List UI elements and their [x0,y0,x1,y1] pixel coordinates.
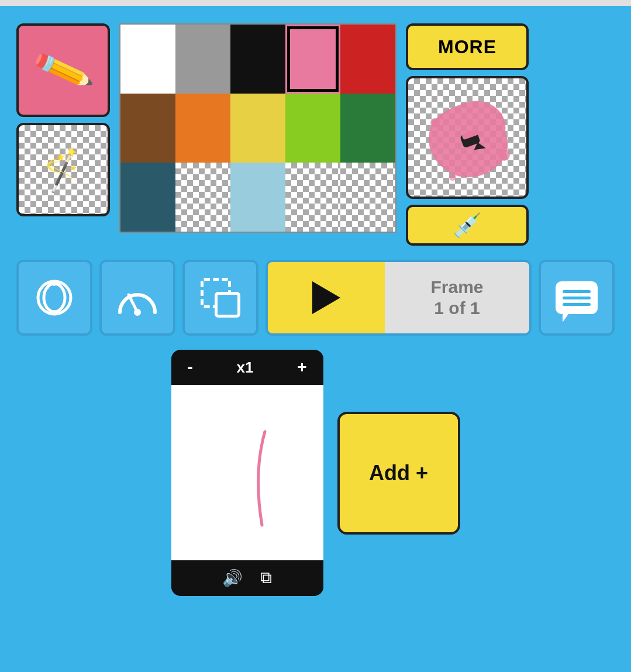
color-red[interactable] [340,25,395,94]
color-orange[interactable] [175,94,230,163]
blob-preview-svg [418,91,517,184]
app-container: ✏️ 🪄 [0,0,631,672]
color-dark-teal[interactable] [120,163,175,232]
erase-tool-button[interactable]: 🪄 [16,123,110,216]
frame-editor-section: - x1 + 🔊 ⧉ [16,350,615,596]
copy-frame-icon [201,278,240,318]
copy-frame-button[interactable] [182,260,258,336]
color-transparent-3[interactable] [340,163,395,232]
top-bar [0,0,631,6]
color-pink[interactable] [285,25,340,94]
add-label: Add + [369,461,428,485]
color-transparent-1[interactable] [175,163,230,232]
frame-drawing-svg [171,385,323,560]
frame-card: - x1 + 🔊 ⧉ [171,350,323,596]
frame-sound-button[interactable]: 🔊 [218,566,247,590]
color-black[interactable] [230,25,285,94]
palette-section: ✏️ 🪄 [16,23,615,246]
svg-point-2 [449,174,456,181]
draw-tool-button[interactable]: ✏️ [16,23,110,117]
svg-point-8 [53,310,56,313]
right-panel: MORE [406,23,529,246]
chat-line-1 [563,290,591,293]
frame-count-label: x1 [237,359,254,377]
more-label: MORE [438,36,496,58]
color-palette [119,23,396,233]
main-area: ✏️ 🪄 [0,6,631,672]
sound-icon: 🔊 [222,569,243,587]
frame-plus-button[interactable]: + [291,356,312,379]
color-green[interactable] [340,94,395,163]
frame-info: Frame 1 of 1 [385,262,529,333]
svg-point-1 [498,149,510,161]
svg-point-9 [134,309,141,316]
play-button[interactable] [268,262,385,333]
pencil-icon: ✏️ [30,38,96,103]
frame-card-footer: 🔊 ⧉ [171,560,323,596]
color-lime[interactable] [285,94,340,163]
onion-skin-icon [36,279,73,316]
eraser-icon: 🪄 [37,144,90,196]
svg-point-0 [430,118,440,127]
frame-canvas[interactable] [171,385,323,560]
frame-title: Frame [430,277,483,298]
speed-button[interactable] [99,260,175,336]
frame-card-header: - x1 + [171,350,323,385]
color-light-blue[interactable] [230,163,285,232]
eyedropper-icon: 💉 [453,212,482,239]
color-yellow[interactable] [230,94,285,163]
frame-of: 1 of 1 [430,298,483,319]
frame-label: Frame 1 of 1 [430,277,483,319]
add-frame-button[interactable]: Add + [337,412,460,535]
onion-skin-button[interactable] [16,260,92,336]
color-gray[interactable] [175,25,230,94]
color-transparent-2[interactable] [285,163,340,232]
chat-bubble-icon [556,281,598,314]
copy-icon: ⧉ [260,568,272,587]
eyedropper-button[interactable]: 💉 [406,205,529,246]
more-button[interactable]: MORE [406,23,529,70]
color-white[interactable] [120,25,175,94]
color-preview-area [406,76,529,199]
chat-button[interactable] [539,260,615,336]
frame-copy-button[interactable]: ⧉ [256,566,277,590]
frame-minus-button[interactable]: - [182,356,199,379]
play-frame-area: Frame 1 of 1 [265,260,532,336]
chat-line-3 [563,303,591,306]
color-brown[interactable] [120,94,175,163]
chat-line-2 [563,297,591,299]
gauge-icon [117,277,158,318]
bottom-toolbar: Frame 1 of 1 [16,260,615,336]
play-triangle-icon [312,281,340,314]
left-tools: ✏️ 🪄 [16,23,110,216]
